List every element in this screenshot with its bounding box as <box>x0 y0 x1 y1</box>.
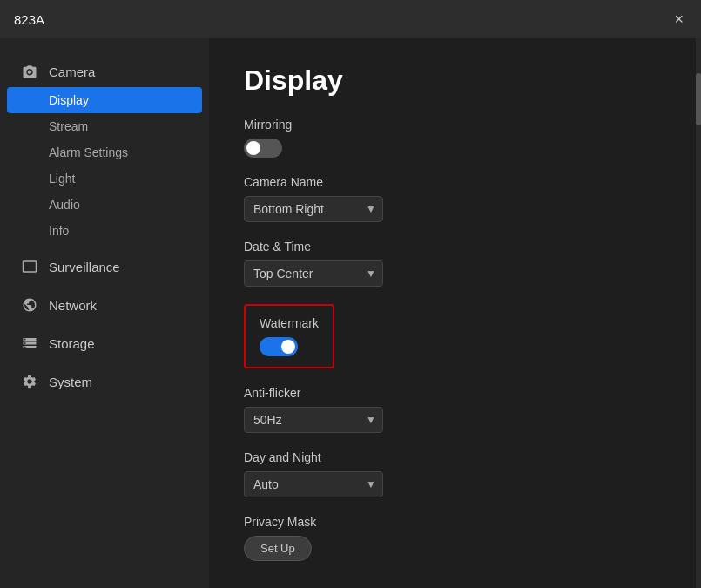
camera-name-select-wrapper: Bottom Right Bottom Left Top Right Top L… <box>244 196 383 222</box>
date-time-label: Date & Time <box>244 240 661 253</box>
sidebar-item-audio[interactable]: Audio <box>0 192 209 218</box>
camera-name-select[interactable]: Bottom Right Bottom Left Top Right Top L… <box>244 196 383 222</box>
title-bar: 823A × <box>0 0 701 38</box>
sidebar-item-display[interactable]: Display <box>7 87 202 113</box>
sidebar-header-storage[interactable]: Storage <box>0 328 209 359</box>
network-icon <box>21 296 38 314</box>
mirroring-label: Mirroring <box>244 118 661 132</box>
setup-button[interactable]: Set Up <box>244 536 312 561</box>
sidebar-item-light[interactable]: Light <box>0 166 209 192</box>
sidebar-header-network[interactable]: Network <box>0 289 209 321</box>
day-night-select[interactable]: Auto Day Night <box>244 471 383 497</box>
sidebar-section-network: Network <box>0 289 209 321</box>
sidebar-section-surveillance: Surveillance <box>0 251 209 282</box>
sidebar-header-camera[interactable]: Camera <box>0 56 209 87</box>
privacy-mask-group: Privacy Mask Set Up <box>244 515 661 561</box>
date-time-group: Date & Time Top Center Top Left Top Righ… <box>244 240 661 287</box>
camera-name-label: Camera Name <box>244 175 661 189</box>
sidebar-header-system[interactable]: System <box>0 366 209 397</box>
watermark-toggle-wrapper <box>260 337 319 356</box>
day-night-select-wrapper: Auto Day Night ▼ <box>244 471 383 497</box>
watermark-box: Watermark <box>244 304 334 368</box>
watermark-toggle[interactable] <box>260 337 298 356</box>
sidebar-section-system: System <box>0 366 209 397</box>
sidebar-section-storage: Storage <box>0 328 209 359</box>
anti-flicker-select-wrapper: 50Hz 60Hz Off ▼ <box>244 407 383 433</box>
scrollbar[interactable] <box>696 38 701 588</box>
surveillance-icon <box>21 258 38 275</box>
camera-icon <box>21 63 38 80</box>
anti-flicker-select[interactable]: 50Hz 60Hz Off <box>244 407 383 433</box>
watermark-toggle-track <box>260 337 298 356</box>
app-title: 823A <box>14 12 44 27</box>
sidebar-camera-label: Camera <box>49 64 95 79</box>
sidebar-item-alarm-settings[interactable]: Alarm Settings <box>0 139 209 166</box>
sidebar-network-label: Network <box>49 298 97 313</box>
sidebar: Camera Display Stream Alarm Settings Lig… <box>0 38 209 588</box>
scrollbar-thumb <box>696 73 701 125</box>
main-layout: Camera Display Stream Alarm Settings Lig… <box>0 38 701 588</box>
storage-icon <box>21 335 38 352</box>
mirroring-toggle-track <box>244 139 282 158</box>
date-time-select-wrapper: Top Center Top Left Top Right Bottom Lef… <box>244 260 383 287</box>
watermark-label: Watermark <box>260 316 319 330</box>
sidebar-header-surveillance[interactable]: Surveillance <box>0 251 209 282</box>
watermark-toggle-thumb <box>281 340 295 354</box>
sidebar-system-label: System <box>49 375 92 389</box>
mirroring-toggle-thumb <box>246 141 260 155</box>
sidebar-item-info[interactable]: Info <box>0 218 209 244</box>
page-title: Display <box>244 64 661 97</box>
anti-flicker-group: Anti-flicker 50Hz 60Hz Off ▼ <box>244 386 661 433</box>
camera-name-group: Camera Name Bottom Right Bottom Left Top… <box>244 175 661 222</box>
sidebar-section-camera: Camera Display Stream Alarm Settings Lig… <box>0 56 209 244</box>
sidebar-surveillance-label: Surveillance <box>49 260 120 274</box>
date-time-select[interactable]: Top Center Top Left Top Right Bottom Lef… <box>244 260 383 287</box>
system-icon <box>21 373 38 390</box>
day-night-label: Day and Night <box>244 450 661 464</box>
content-area: Display Mirroring Camera Name Bottom Rig… <box>209 38 696 588</box>
anti-flicker-label: Anti-flicker <box>244 386 661 400</box>
close-button[interactable]: × <box>671 8 687 30</box>
sidebar-storage-label: Storage <box>49 336 95 351</box>
sidebar-item-stream[interactable]: Stream <box>0 113 209 139</box>
privacy-mask-label: Privacy Mask <box>244 515 661 529</box>
day-night-group: Day and Night Auto Day Night ▼ <box>244 450 661 497</box>
mirroring-group: Mirroring <box>244 118 661 158</box>
mirroring-toggle[interactable] <box>244 139 282 158</box>
mirroring-toggle-wrapper <box>244 139 661 158</box>
